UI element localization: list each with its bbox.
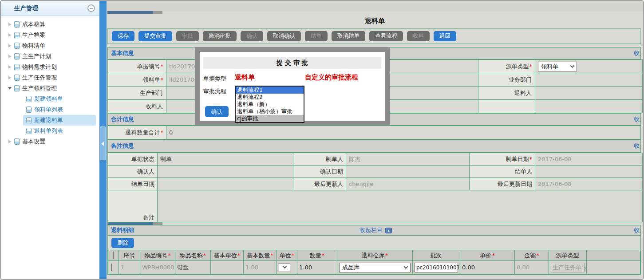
chevron-right-icon[interactable] xyxy=(8,76,11,79)
view-workflow-button[interactable]: 查看流程 xyxy=(369,31,403,41)
fold-up-icon[interactable]: ▴ xyxy=(385,228,392,233)
flow-option[interactable]: cj的审批 xyxy=(236,115,304,122)
sidebar-item-master-production-plan[interactable]: 主生产计划 xyxy=(1,51,99,62)
field-label: 领料单* xyxy=(108,73,166,87)
source-type-cell: 领料单 xyxy=(535,60,643,73)
cancel-close-order-button[interactable]: 取消结单 xyxy=(332,31,365,41)
field-label: 制单日期* xyxy=(470,153,535,166)
closer-field xyxy=(535,166,643,178)
flow-option[interactable]: 退料流程1 xyxy=(236,87,304,94)
qty-input[interactable]: 1.00 xyxy=(297,261,337,274)
flow-option[interactable]: 退料单（杨小波）审批 xyxy=(236,108,304,115)
flow-label: 审批流程 xyxy=(203,87,226,95)
sidebar-item-production-archives[interactable]: 生产档案 xyxy=(1,30,99,40)
select-all-checkbox[interactable] xyxy=(113,252,114,259)
collapse-section-link[interactable]: 收起栏目 xyxy=(634,225,641,235)
table-row: 单据状态 制单 制单人 陈杰 制单日期* 2017-06-08 xyxy=(108,153,643,166)
chevron-right-icon[interactable] xyxy=(8,55,11,58)
sidebar-item-basic-settings[interactable]: 基本设置 xyxy=(1,136,99,147)
field-label: 确认日期 xyxy=(293,166,346,178)
detail-header-row: 序号 物品编号* 物品名称* 基本单位* 基本数量* 单位* 数量* 退料仓库*… xyxy=(108,250,640,261)
batch-select[interactable]: pc201601010011 xyxy=(415,263,458,272)
chevron-right-icon[interactable] xyxy=(8,65,11,69)
note-field[interactable] xyxy=(158,190,643,222)
splitter-collapse-handle[interactable] xyxy=(100,126,106,160)
save-button[interactable]: 保存 xyxy=(112,31,134,41)
nav-tree: 成本核算 生产档案 物料清单 主生产计划 物料需求计划 xyxy=(1,16,99,147)
chevron-right-icon[interactable] xyxy=(8,23,11,26)
collapse-section-link[interactable]: 收起栏目 xyxy=(634,140,641,152)
chevron-down-icon[interactable] xyxy=(8,87,12,90)
sidebar-splitter[interactable] xyxy=(99,1,107,279)
section-header-detail: 退料明细 收起栏目 ▴ 收起栏目 xyxy=(107,225,641,236)
row-checkbox[interactable] xyxy=(111,264,112,271)
select-all-cell xyxy=(108,250,119,261)
returner-field[interactable] xyxy=(535,87,643,100)
collapse-section-link[interactable]: 收起栏目 xyxy=(634,47,641,59)
price-input[interactable]: 0.00 xyxy=(460,261,515,274)
field-label: 单据状态 xyxy=(108,153,158,166)
section-title: 基本信息 xyxy=(111,49,134,57)
doc-type-label: 单据类型 xyxy=(203,75,226,83)
sidebar-item-production-task-mgmt[interactable]: 生产任务管理 xyxy=(1,72,99,83)
section-title: 合计信息 xyxy=(111,115,134,123)
base-qty-cell: 1.00 xyxy=(244,261,277,274)
document-icon xyxy=(14,138,20,145)
sidebar-header: 生产管理 xyxy=(1,1,99,16)
submit-approval-button[interactable]: 提交审批 xyxy=(138,31,172,41)
sidebar-item-bom[interactable]: 物料清单 xyxy=(1,40,99,51)
sidebar-item-production-picking-mgmt[interactable]: 生产领料管理 xyxy=(1,83,99,94)
collapse-detail-link[interactable]: 收起栏目 ▴ xyxy=(360,225,392,235)
sidebar-item-label: 退料单列表 xyxy=(34,127,63,135)
document-icon xyxy=(14,21,20,28)
flow-option[interactable]: 退料单（新） xyxy=(236,101,304,108)
create-date-field: 2017-06-08 xyxy=(535,153,643,166)
loading-bar-blue xyxy=(107,11,153,14)
item-name-cell: 键盘 xyxy=(175,261,211,274)
confirm-button: 确认 xyxy=(241,31,263,41)
sidebar-item-new-return-order[interactable]: 新建退料单 xyxy=(23,115,96,126)
chevron-right-icon[interactable] xyxy=(8,44,11,47)
document-icon xyxy=(26,117,32,123)
field-label xyxy=(478,100,535,113)
unit-select[interactable] xyxy=(279,263,290,272)
warehouse-select[interactable]: 成品库 xyxy=(339,263,411,272)
sidebar-item-label: 基本设置 xyxy=(22,138,45,146)
field-label: 收料人 xyxy=(108,100,166,113)
loading-bar-top xyxy=(107,11,162,14)
top-strip xyxy=(107,1,643,12)
cancel-confirm-button[interactable]: 取消确认 xyxy=(267,31,301,41)
sidebar-item-label: 新建退料单 xyxy=(34,116,63,124)
chevron-right-icon[interactable] xyxy=(8,33,11,37)
approval-flow-listbox[interactable]: 退料流程1 退料流程2 退料单（新） 退料单（杨小波）审批 cj的审批 xyxy=(235,86,304,123)
approve-button: 审批 xyxy=(176,31,199,41)
chevron-right-icon[interactable] xyxy=(8,140,11,143)
sidebar-collapse-icon[interactable] xyxy=(87,4,95,12)
chevron-down-icon xyxy=(404,264,408,269)
source-type-select[interactable]: 领料单 xyxy=(538,62,577,71)
field-label: 制单人 xyxy=(293,153,346,166)
field-label: 最后更新日期 xyxy=(470,178,535,190)
back-button[interactable]: 返回 xyxy=(434,31,456,41)
column-header: 基本单位* xyxy=(211,250,244,261)
field-label: 源单类型* xyxy=(478,60,535,73)
sidebar-item-material-requirements-plan[interactable]: 物料需求计划 xyxy=(1,62,99,72)
field-label: 备注 xyxy=(108,190,158,222)
creator-field: 陈杰 xyxy=(346,153,470,166)
sidebar-item-cost-accounting[interactable]: 成本核算 xyxy=(1,19,99,30)
sidebar-item-return-order-list[interactable]: 退料单列表 xyxy=(23,126,96,136)
revoke-approval-button[interactable]: 撤消审批 xyxy=(203,31,237,41)
sidebar-item-picking-order-list[interactable]: 领料单列表 xyxy=(23,104,96,115)
chevron-down-icon xyxy=(570,63,575,68)
collapse-section-link[interactable]: 收起栏目 xyxy=(634,114,641,125)
flow-option[interactable]: 退料流程2 xyxy=(236,94,304,101)
column-header: 物品名称* xyxy=(175,250,211,261)
dialog-confirm-button[interactable]: 确认 xyxy=(205,106,229,117)
sidebar-item-new-picking-order[interactable]: 新建领料单 xyxy=(23,94,96,104)
sidebar-item-label: 生产档案 xyxy=(22,31,45,39)
table-row: 退料数量合计* 0 xyxy=(108,126,641,139)
business-dept-field[interactable] xyxy=(535,73,643,87)
section-title: 备注信息 xyxy=(111,142,134,150)
delete-row-button[interactable]: 删除 xyxy=(111,238,134,248)
unit-cell xyxy=(277,261,297,274)
